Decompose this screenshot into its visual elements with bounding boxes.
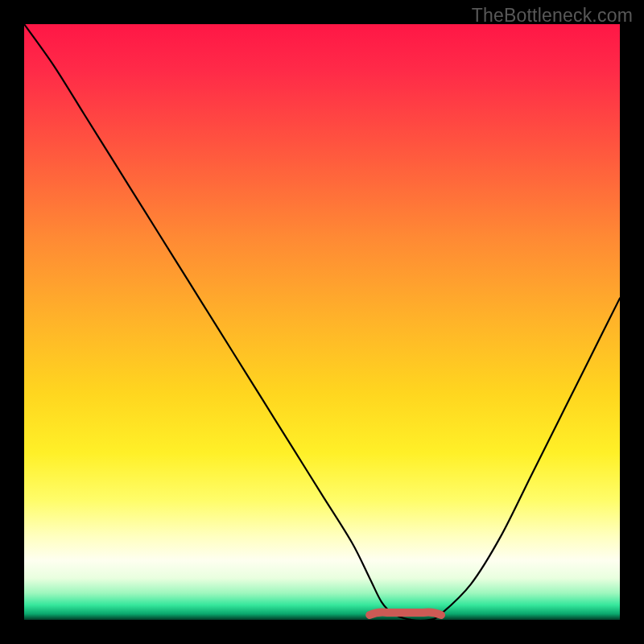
- optimal-range-band: [369, 612, 441, 615]
- bottleneck-curve-line: [24, 24, 620, 620]
- bottleneck-curve-svg: [24, 24, 620, 620]
- watermark-text: TheBottleneck.com: [472, 5, 633, 27]
- chart-frame: TheBottleneck.com: [0, 0, 644, 644]
- plot-area: [24, 24, 620, 620]
